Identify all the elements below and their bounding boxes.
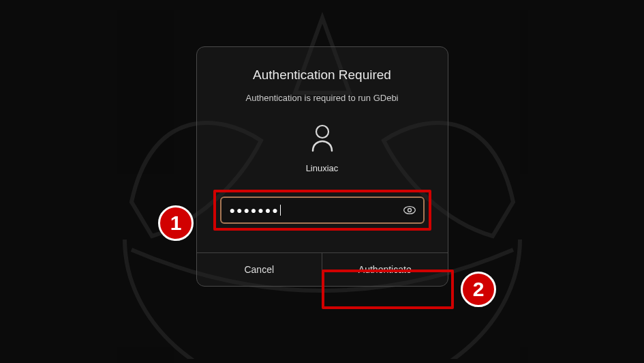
username-label: Linuxiac: [197, 155, 448, 173]
password-input-wrap[interactable]: ●●●●●●●: [220, 197, 425, 224]
show-password-icon[interactable]: [403, 203, 416, 217]
password-mask: ●●●●●●●: [230, 205, 279, 216]
text-cursor: [280, 205, 281, 216]
dialog-subtitle: Authentication is required to run GDebi: [197, 83, 448, 103]
svg-point-2: [408, 209, 411, 212]
svg-point-1: [403, 207, 415, 214]
authentication-dialog: Authentication Required Authentication i…: [196, 46, 448, 287]
user-icon: [310, 124, 335, 152]
password-input[interactable]: ●●●●●●●: [230, 205, 281, 216]
authenticate-button[interactable]: Authenticate: [322, 253, 448, 286]
password-highlight-box: ●●●●●●●: [213, 190, 431, 231]
dialog-title: Authentication Required: [197, 47, 448, 83]
cancel-button[interactable]: Cancel: [197, 253, 323, 286]
dialog-button-row: Cancel Authenticate: [197, 252, 448, 286]
user-section: Linuxiac: [197, 103, 448, 173]
callout-2: 2: [461, 272, 496, 307]
callout-1: 1: [158, 205, 194, 241]
svg-point-0: [316, 126, 328, 138]
